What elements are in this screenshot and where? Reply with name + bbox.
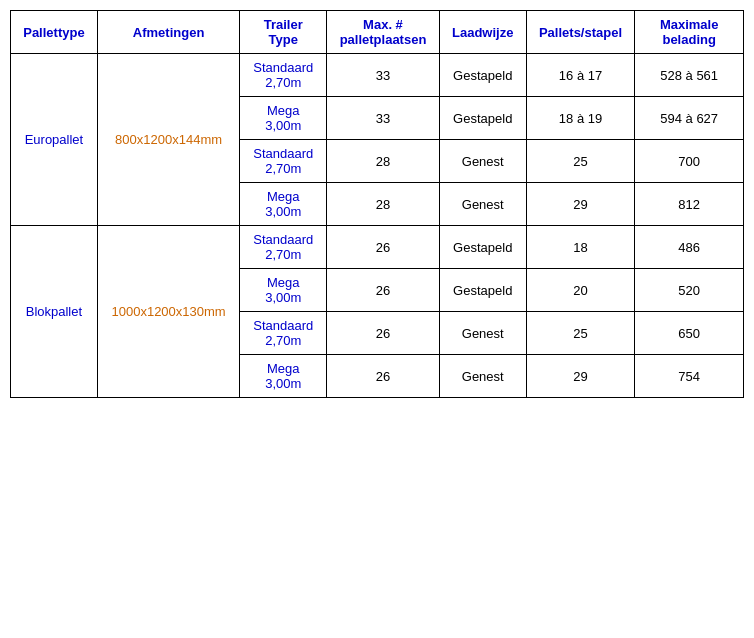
cell-pallets-stapel: 25 bbox=[526, 312, 635, 355]
cell-pallets-stapel: 29 bbox=[526, 355, 635, 398]
cell-maximale-belading: 650 bbox=[635, 312, 744, 355]
cell-max-palletplaatsen: 26 bbox=[327, 312, 440, 355]
cell-pallets-stapel: 29 bbox=[526, 183, 635, 226]
cell-trailer-type: Standaard2,70m bbox=[240, 54, 327, 97]
cell-pallets-stapel: 18 à 19 bbox=[526, 97, 635, 140]
header-trailer-type: Trailer Type bbox=[240, 11, 327, 54]
header-afmetingen: Afmetingen bbox=[97, 11, 239, 54]
cell-trailer-type: Mega3,00m bbox=[240, 183, 327, 226]
cell-trailer-type: Standaard2,70m bbox=[240, 140, 327, 183]
header-max-palletplaatsen: Max. # palletplaatsen bbox=[327, 11, 440, 54]
cell-trailer-type: Standaard2,70m bbox=[240, 226, 327, 269]
cell-max-palletplaatsen: 26 bbox=[327, 355, 440, 398]
table-header-row: Pallettype Afmetingen Trailer Type Max. … bbox=[11, 11, 744, 54]
cell-trailer-type: Mega3,00m bbox=[240, 355, 327, 398]
table-body: Europallet800x1200x144mmStandaard2,70m33… bbox=[11, 54, 744, 398]
table-row: Europallet800x1200x144mmStandaard2,70m33… bbox=[11, 54, 744, 97]
header-laadwijze: Laadwijze bbox=[439, 11, 526, 54]
cell-maximale-belading: 754 bbox=[635, 355, 744, 398]
header-pallettype: Pallettype bbox=[11, 11, 98, 54]
cell-trailer-type: Mega3,00m bbox=[240, 97, 327, 140]
cell-pallettype: Blokpallet bbox=[11, 226, 98, 398]
cell-laadwijze: Genest bbox=[439, 140, 526, 183]
cell-maximale-belading: 594 à 627 bbox=[635, 97, 744, 140]
cell-maximale-belading: 520 bbox=[635, 269, 744, 312]
cell-maximale-belading: 700 bbox=[635, 140, 744, 183]
cell-laadwijze: Genest bbox=[439, 183, 526, 226]
cell-max-palletplaatsen: 26 bbox=[327, 226, 440, 269]
table-row: Blokpallet1000x1200x130mmStandaard2,70m2… bbox=[11, 226, 744, 269]
cell-laadwijze: Gestapeld bbox=[439, 226, 526, 269]
header-maximale-belading: Maximale belading bbox=[635, 11, 744, 54]
cell-afmetingen: 1000x1200x130mm bbox=[97, 226, 239, 398]
cell-max-palletplaatsen: 26 bbox=[327, 269, 440, 312]
cell-afmetingen: 800x1200x144mm bbox=[97, 54, 239, 226]
cell-pallettype: Europallet bbox=[11, 54, 98, 226]
cell-max-palletplaatsen: 33 bbox=[327, 54, 440, 97]
cell-maximale-belading: 812 bbox=[635, 183, 744, 226]
cell-laadwijze: Gestapeld bbox=[439, 97, 526, 140]
cell-maximale-belading: 486 bbox=[635, 226, 744, 269]
cell-pallets-stapel: 25 bbox=[526, 140, 635, 183]
cell-max-palletplaatsen: 28 bbox=[327, 183, 440, 226]
cell-laadwijze: Genest bbox=[439, 355, 526, 398]
cell-pallets-stapel: 16 à 17 bbox=[526, 54, 635, 97]
cell-pallets-stapel: 18 bbox=[526, 226, 635, 269]
cell-laadwijze: Gestapeld bbox=[439, 54, 526, 97]
cell-laadwijze: Gestapeld bbox=[439, 269, 526, 312]
cell-trailer-type: Mega3,00m bbox=[240, 269, 327, 312]
pallet-table: Pallettype Afmetingen Trailer Type Max. … bbox=[10, 10, 744, 398]
header-pallets-stapel: Pallets/stapel bbox=[526, 11, 635, 54]
cell-max-palletplaatsen: 33 bbox=[327, 97, 440, 140]
cell-maximale-belading: 528 à 561 bbox=[635, 54, 744, 97]
cell-trailer-type: Standaard2,70m bbox=[240, 312, 327, 355]
cell-laadwijze: Genest bbox=[439, 312, 526, 355]
cell-max-palletplaatsen: 28 bbox=[327, 140, 440, 183]
cell-pallets-stapel: 20 bbox=[526, 269, 635, 312]
